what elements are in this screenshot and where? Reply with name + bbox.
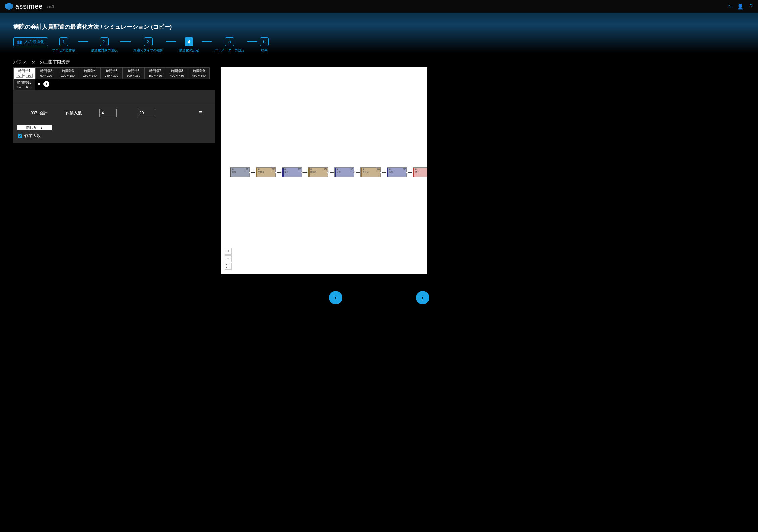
step-box[interactable]: 3	[144, 37, 153, 46]
node-port[interactable]	[249, 172, 250, 173]
left-panel: 時間帯1 ~ 時間帯260 ~ 120時間帯3120 ~ 180時間帯4180 …	[13, 67, 215, 143]
wizard-step-3[interactable]: 3最適化タイプの選択	[133, 37, 163, 53]
param-min-input[interactable]	[99, 109, 117, 117]
node-color-bar	[308, 168, 310, 177]
add-tab-button[interactable]: +	[43, 81, 49, 87]
people-icon: 👥	[17, 40, 22, 44]
node-label: 帰宅	[415, 171, 427, 174]
zoom-in-button[interactable]: +	[225, 248, 232, 255]
node-icon: ▦	[363, 168, 364, 170]
step-box[interactable]: 4	[185, 37, 193, 46]
step-connector	[202, 41, 212, 42]
time-tab-4[interactable]: 時間帯4180 ~ 240	[79, 67, 101, 79]
time-tab-range: 360 ~ 420	[148, 74, 162, 77]
node-port[interactable]	[301, 172, 303, 173]
node-body: ▦007会計	[388, 168, 406, 177]
time-from-input[interactable]	[16, 74, 23, 78]
time-range-inputs: ~	[16, 74, 33, 78]
node-number: 002	[272, 168, 275, 170]
wizard-step-6[interactable]: 6結果	[260, 37, 269, 53]
node-port[interactable]	[327, 172, 329, 173]
node-label: 診察	[337, 171, 353, 174]
step-label: パラメーターの設定	[214, 48, 245, 53]
time-tab-7[interactable]: 時間帯7360 ~ 420	[144, 67, 166, 79]
time-tabs: 時間帯1 ~ 時間帯260 ~ 120時間帯3120 ~ 180時間帯4180 …	[13, 67, 215, 79]
wizard-step-4[interactable]: 4最適化の設定	[179, 37, 199, 53]
step-connector	[247, 41, 257, 42]
node-color-bar	[282, 168, 284, 177]
close-icon[interactable]: ✕	[37, 81, 41, 87]
node-port[interactable]	[380, 172, 381, 173]
param-row: 007: 会計 作業人数 ☰	[13, 104, 215, 122]
node-port[interactable]	[406, 172, 407, 173]
zoom-controls: + − ⛶	[225, 248, 232, 270]
step-box[interactable]: 1	[59, 37, 68, 46]
time-tab-label: 時間帯7	[149, 69, 161, 74]
node-label: 会計済	[363, 171, 380, 174]
time-tab-range: 180 ~ 240	[83, 74, 96, 77]
flow-node-003[interactable]: ▦003受付	[282, 167, 302, 177]
user-icon[interactable]: 👤	[737, 3, 744, 10]
node-body: ▦004診察済	[310, 168, 328, 177]
next-button[interactable]: ›	[416, 291, 429, 304]
process-canvas[interactable]: ▦001来院▦002受付済▦003受付▦004診察済▦005診察▦006会計済▦…	[221, 67, 427, 274]
node-label: 受付済	[258, 171, 275, 174]
nav-buttons: ‹ ›	[13, 291, 745, 318]
node-color-bar	[413, 168, 414, 177]
flow-arrow	[330, 172, 334, 173]
node-icon: ▦	[258, 168, 260, 170]
step-label: 最適化の設定	[179, 48, 199, 53]
prev-button[interactable]: ‹	[329, 291, 342, 304]
zoom-fit-button[interactable]: ⛶	[225, 263, 232, 270]
time-tab-1[interactable]: 時間帯1 ~	[13, 67, 35, 79]
zoom-out-button[interactable]: −	[225, 255, 232, 262]
flow-node-005[interactable]: ▦005診察	[334, 167, 354, 177]
help-icon[interactable]: ?	[750, 3, 753, 10]
node-number: 001	[246, 168, 249, 170]
node-port[interactable]	[353, 172, 355, 173]
step-label: プロセス図作成	[52, 48, 75, 53]
wizard-step-1[interactable]: 1プロセス図作成	[52, 37, 75, 53]
time-to-input[interactable]	[26, 74, 33, 78]
time-tab-2[interactable]: 時間帯260 ~ 120	[35, 67, 57, 79]
flow-node-007[interactable]: ▦007会計	[387, 167, 407, 177]
worker-count-checkbox[interactable]	[18, 134, 22, 138]
node-body: ▦005診察	[336, 168, 354, 177]
step-box[interactable]: 2	[100, 37, 109, 46]
step-label: 最適化対象の選択	[91, 48, 118, 53]
flow-node-001[interactable]: ▦001来院	[230, 167, 250, 177]
step-connector	[166, 41, 176, 42]
step-box[interactable]: 5	[225, 37, 234, 46]
node-icon: ▦	[337, 168, 338, 170]
time-tab-10[interactable]: 時間帯10540 ~ 600✕	[13, 79, 35, 90]
close-dropdown[interactable]: 閉じる	[17, 125, 52, 130]
logo-icon	[5, 3, 13, 10]
param-max-input[interactable]	[137, 109, 154, 117]
time-tab-label: 時間帯10	[17, 80, 31, 85]
node-body: ▦001来院	[231, 168, 249, 177]
time-tab-3[interactable]: 時間帯3120 ~ 180	[57, 67, 79, 79]
flow-node-006[interactable]: ▦006会計済	[360, 167, 381, 177]
checkbox-label: 作業人数	[24, 133, 41, 139]
flow-node-002[interactable]: ▦002受付済	[256, 167, 276, 177]
wizard-step-2[interactable]: 2最適化対象の選択	[91, 37, 118, 53]
optimization-badge[interactable]: 👥 人の最適化	[13, 37, 48, 46]
flow-node-008[interactable]: ▦008帰宅	[413, 167, 427, 177]
step-box[interactable]: 6	[260, 37, 269, 46]
node-number: 006	[377, 168, 380, 170]
node-icon: ▦	[232, 168, 234, 170]
node-body: ▦008帰宅	[414, 168, 427, 177]
time-tab-8[interactable]: 時間帯8420 ~ 480	[166, 67, 188, 79]
flow-arrow	[251, 172, 255, 173]
time-tab-9[interactable]: 時間帯9480 ~ 540	[188, 67, 210, 79]
node-port[interactable]	[275, 172, 276, 173]
time-tab-5[interactable]: 時間帯5240 ~ 300	[101, 67, 122, 79]
home-icon[interactable]: ⌂	[727, 3, 731, 10]
wizard-step-5[interactable]: 5パラメーターの設定	[214, 37, 245, 53]
time-tab-6[interactable]: 時間帯6300 ~ 360	[122, 67, 144, 79]
list-icon[interactable]: ☰	[199, 111, 203, 115]
param-field-label: 作業人数	[66, 110, 93, 116]
flow-node-004[interactable]: ▦004診察済	[308, 167, 328, 177]
node-color-bar	[230, 168, 231, 177]
node-label: 受付	[284, 171, 301, 174]
